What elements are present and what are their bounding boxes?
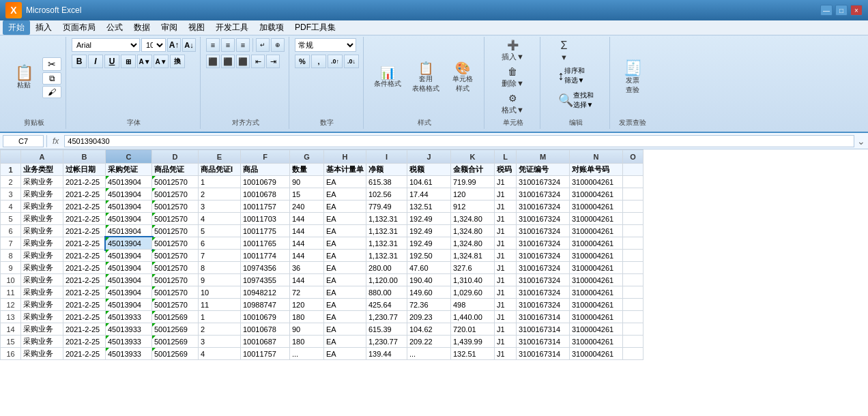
cell-reference-box[interactable]: C7	[3, 135, 44, 147]
table-cell[interactable]: 1,132.31	[366, 213, 407, 225]
table-cell[interactable]: 3100004261	[570, 348, 623, 360]
table-cell[interactable]: 50012569	[152, 311, 199, 323]
header-C[interactable]: 采购凭证	[106, 164, 152, 176]
table-cell[interactable]: 10988747	[241, 299, 290, 311]
title-bar-controls[interactable]: — □ ×	[820, 5, 863, 16]
table-cell[interactable]: 50012570	[152, 286, 199, 299]
table-cell[interactable]: 2021-2-25	[63, 323, 106, 336]
table-cell[interactable]: 采购业务	[21, 237, 63, 250]
table-cell[interactable]: 45013904	[106, 225, 152, 237]
table-cell[interactable]: 615.39	[366, 323, 407, 336]
minimize-button[interactable]: —	[820, 5, 833, 16]
table-cell[interactable]: 120	[290, 299, 324, 311]
table-cell[interactable]: 3100004261	[570, 200, 623, 213]
italic-button[interactable]: I	[88, 55, 103, 68]
table-cell[interactable]: 3100167324	[517, 237, 570, 250]
table-cell[interactable]: 采购业务	[21, 323, 63, 336]
table-cell[interactable]: 3100004261	[570, 225, 623, 237]
sort-filter-button[interactable]: ↕ 排序和筛选▼	[553, 64, 590, 87]
table-cell[interactable]: 425.64	[366, 299, 407, 311]
table-cell-o[interactable]	[623, 323, 643, 336]
table-cell-o[interactable]	[623, 286, 643, 299]
table-cell[interactable]: 采购业务	[21, 299, 63, 311]
table-cell[interactable]: EA	[324, 250, 366, 262]
table-cell[interactable]: J1	[495, 262, 517, 274]
table-cell[interactable]: 144	[290, 237, 324, 250]
table-cell[interactable]: 9	[199, 274, 241, 286]
table-cell[interactable]: 3100004261	[570, 299, 623, 311]
table-cell[interactable]: 120	[451, 188, 495, 200]
header-J[interactable]: 税额	[407, 164, 451, 176]
table-cell[interactable]: J1	[495, 323, 517, 336]
maximize-button[interactable]: □	[835, 5, 848, 16]
table-cell[interactable]: 45013904	[106, 200, 152, 213]
table-cell[interactable]: 2021-2-25	[63, 250, 106, 262]
menu-developer[interactable]: 开发工具	[210, 20, 254, 35]
table-cell[interactable]: 45013904	[106, 176, 152, 188]
table-cell[interactable]: 3100167324	[517, 299, 570, 311]
table-cell[interactable]: 采购业务	[21, 250, 63, 262]
border-button[interactable]: ⊞	[121, 55, 136, 68]
header-H[interactable]: 基本计量单	[324, 164, 366, 176]
table-cell-o[interactable]	[623, 274, 643, 286]
menu-formula[interactable]: 公式	[101, 20, 128, 35]
table-cell[interactable]: 10011765	[241, 237, 290, 250]
table-cell[interactable]: 192.50	[407, 250, 451, 262]
table-cell[interactable]: J1	[495, 188, 517, 200]
table-cell[interactable]: 132.51	[407, 200, 451, 213]
table-cell[interactable]: 采购业务	[21, 311, 63, 323]
table-cell[interactable]: 192.49	[407, 225, 451, 237]
table-cell[interactable]: 192.49	[407, 237, 451, 250]
table-cell-o[interactable]	[623, 176, 643, 188]
copy-button[interactable]: ⧉	[42, 72, 61, 85]
menu-addins[interactable]: 加载项	[254, 20, 289, 35]
table-cell[interactable]: EA	[324, 200, 366, 213]
header-L[interactable]: 税码	[495, 164, 517, 176]
col-header-O[interactable]: O	[623, 150, 643, 164]
table-cell[interactable]: 1,440.00	[451, 311, 495, 323]
table-cell[interactable]: 45013904	[106, 213, 152, 225]
table-cell[interactable]: 3100167324	[517, 225, 570, 237]
header-B[interactable]: 过帐日期	[63, 164, 106, 176]
table-cell-o[interactable]	[623, 299, 643, 311]
table-cell[interactable]: 880.00	[366, 286, 407, 299]
table-cell[interactable]: 3100167324	[517, 286, 570, 299]
table-cell[interactable]: 2021-2-25	[63, 299, 106, 311]
table-cell[interactable]: 1,230.77	[366, 336, 407, 348]
table-cell-o[interactable]	[623, 237, 643, 250]
table-cell[interactable]: 2021-2-25	[63, 213, 106, 225]
table-cell[interactable]: 3	[199, 336, 241, 348]
table-cell[interactable]: 10010678	[241, 188, 290, 200]
table-cell[interactable]: J1	[495, 299, 517, 311]
align-top-center-button[interactable]: ≡	[221, 38, 235, 52]
table-cell[interactable]: 50012570	[152, 225, 199, 237]
table-cell-o[interactable]	[623, 188, 643, 200]
table-cell[interactable]: 615.38	[366, 176, 407, 188]
percent-button[interactable]: %	[295, 55, 310, 68]
font-color-button[interactable]: A▼	[154, 55, 169, 68]
align-right-button[interactable]: ⬛	[236, 55, 250, 68]
formula-input[interactable]	[64, 135, 854, 147]
header-N[interactable]: 对账单号码	[570, 164, 623, 176]
col-header-E[interactable]: E	[199, 150, 241, 164]
table-cell[interactable]: 45013933	[106, 348, 152, 360]
table-cell[interactable]: 3100004261	[570, 237, 623, 250]
table-cell[interactable]: 1,120.00	[366, 274, 407, 286]
table-cell[interactable]: 3100167314	[517, 311, 570, 323]
header-G[interactable]: 数量	[290, 164, 324, 176]
col-header-H[interactable]: H	[324, 150, 366, 164]
table-cell[interactable]: 10010687	[241, 336, 290, 348]
table-format-button[interactable]: 📋 套用表格格式	[407, 60, 444, 95]
align-left-button[interactable]: ⬛	[206, 55, 220, 68]
table-cell[interactable]: 采购业务	[21, 188, 63, 200]
table-cell[interactable]: 采购业务	[21, 286, 63, 299]
table-cell[interactable]: 3100004261	[570, 176, 623, 188]
table-cell[interactable]: 3100167324	[517, 176, 570, 188]
table-cell[interactable]: 2021-2-25	[63, 262, 106, 274]
col-header-J[interactable]: J	[407, 150, 451, 164]
decrease-decimal-button[interactable]: .0↓	[344, 55, 359, 68]
table-cell[interactable]: EA	[324, 176, 366, 188]
table-cell[interactable]: 2	[199, 188, 241, 200]
table-cell[interactable]: 144	[290, 225, 324, 237]
header-M[interactable]: 凭证编号	[517, 164, 570, 176]
